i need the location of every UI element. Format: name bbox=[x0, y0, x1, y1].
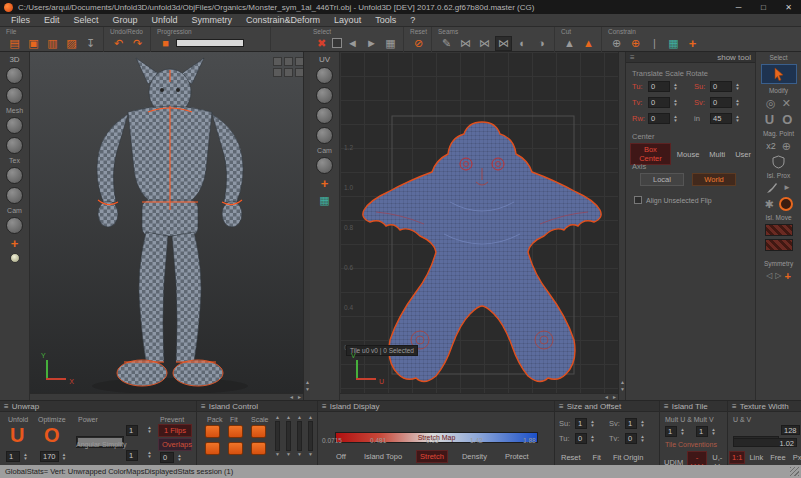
weld-cut-brush-icon[interactable]: ⋈ bbox=[495, 36, 512, 51]
view3d-tex-icon-2[interactable] bbox=[6, 187, 23, 204]
show-tool-link[interactable]: show tool bbox=[717, 53, 751, 62]
view3d-display-icon-2[interactable] bbox=[6, 87, 23, 104]
viewuv-grid-icon[interactable]: ▦ bbox=[319, 193, 329, 208]
modify-x-icon[interactable]: ✕ bbox=[782, 97, 791, 109]
mult-v-input[interactable]: 1 bbox=[696, 426, 708, 437]
prevent-spinner[interactable]: ▲▼ bbox=[176, 454, 183, 462]
prevent-value[interactable]: 0 bbox=[160, 452, 174, 463]
local-optimize-icon[interactable]: O bbox=[782, 112, 792, 127]
viewport-uv[interactable]: 1.2 1.0 0.8 0.6 0.4 0.2 Tile u0 v0 | 0 S… bbox=[340, 52, 625, 400]
cut-hierarchy-icon[interactable]: ▲ bbox=[561, 36, 578, 51]
panel-menu-icon[interactable]: ≡ bbox=[559, 402, 564, 411]
menu-help[interactable]: ? bbox=[403, 15, 422, 25]
unfold-iterations-spinner[interactable]: ▲▼ bbox=[22, 453, 29, 461]
display-density-button[interactable]: Density bbox=[458, 450, 491, 463]
seam-pencil-icon[interactable]: ✎ bbox=[438, 36, 455, 51]
symmetry-left-icon[interactable]: ◁ bbox=[766, 270, 772, 282]
select-box-icon[interactable] bbox=[332, 38, 342, 48]
scale-selected-button[interactable] bbox=[251, 442, 266, 455]
pin-icon[interactable]: ⊕ bbox=[608, 36, 625, 51]
select-tool-button[interactable] bbox=[761, 64, 797, 84]
import-file-icon[interactable]: ▣ bbox=[25, 36, 42, 51]
ratio-free-button[interactable]: Free bbox=[767, 451, 788, 464]
menu-files[interactable]: Files bbox=[4, 15, 37, 25]
pin-orange-icon[interactable]: ⊕ bbox=[627, 36, 644, 51]
display-off-button[interactable]: Off bbox=[332, 450, 350, 463]
pack-padding-spinner[interactable]: ▲▼ bbox=[286, 415, 291, 457]
menu-unfold[interactable]: Unfold bbox=[145, 15, 185, 25]
size-su-spinner[interactable]: ▲▼ bbox=[589, 420, 596, 428]
size-tu-spinner[interactable]: ▲▼ bbox=[589, 435, 596, 443]
constrain-grid-icon[interactable]: ▦ bbox=[665, 36, 682, 51]
view3d-vertical-scrollbar[interactable]: ▲ ▼ bbox=[303, 52, 310, 400]
viewuv-display-icon-4[interactable] bbox=[316, 127, 333, 144]
x2-icon[interactable]: x2 bbox=[766, 141, 776, 151]
angular-spinner[interactable]: ▲▼ bbox=[146, 451, 153, 459]
panel-menu-icon[interactable]: ≡ bbox=[630, 53, 635, 62]
view3d-light-icon[interactable] bbox=[10, 253, 20, 263]
island-move-thumb-2[interactable] bbox=[765, 239, 793, 251]
panel-menu-icon[interactable]: ≡ bbox=[664, 402, 669, 411]
size-reset-button[interactable]: Reset bbox=[557, 451, 585, 464]
island-prox-active-button[interactable] bbox=[779, 197, 793, 211]
optimize-button[interactable]: O bbox=[44, 425, 60, 445]
pack-margin-spinner[interactable]: ▲▼ bbox=[275, 415, 280, 457]
view3d-horizontal-scrollbar[interactable]: ◄ ► bbox=[30, 393, 310, 400]
texture-width-header[interactable]: ≡ Texture Width bbox=[728, 401, 801, 412]
menu-tools[interactable]: Tools bbox=[368, 15, 403, 25]
menu-symmetry[interactable]: Symmetry bbox=[185, 15, 240, 25]
viewuv-display-icon-1[interactable] bbox=[316, 67, 333, 84]
island-move-thumb-1[interactable] bbox=[765, 224, 793, 236]
panel-menu-icon[interactable]: ≡ bbox=[201, 402, 206, 411]
minimize-button[interactable]: ─ bbox=[726, 0, 751, 14]
optimize-iterations-spinner[interactable]: ▲▼ bbox=[61, 453, 68, 461]
brush-icon[interactable] bbox=[766, 182, 778, 194]
prox-arrows-icon[interactable]: ► bbox=[783, 182, 791, 194]
tu-input[interactable]: 0 bbox=[648, 81, 670, 92]
view3d-tex-icon-1[interactable] bbox=[6, 167, 23, 184]
unwrap-panel-header[interactable]: ≡ Unwrap bbox=[0, 401, 196, 412]
tu-spinner[interactable]: ▲▼ bbox=[672, 83, 679, 91]
viewuv-display-icon-3[interactable] bbox=[316, 107, 333, 124]
axis-world-button[interactable]: World bbox=[692, 173, 736, 186]
panel-menu-icon[interactable]: ≡ bbox=[322, 402, 327, 411]
fit-islands-button[interactable] bbox=[228, 425, 243, 438]
sv-input[interactable]: 0 bbox=[710, 97, 732, 108]
panel-menu-icon[interactable]: ≡ bbox=[732, 402, 737, 411]
prevent-overlaps-button[interactable]: Overlaps bbox=[158, 438, 192, 451]
power-value[interactable]: 1 bbox=[126, 425, 138, 436]
rw-spinner[interactable]: ▲▼ bbox=[672, 115, 679, 123]
size-fit-origin-button[interactable]: Fit Origin bbox=[609, 451, 647, 464]
tv-spinner[interactable]: ▲▼ bbox=[672, 99, 679, 107]
viewuv-cam-icon[interactable] bbox=[316, 157, 333, 174]
mult-v-spinner[interactable]: ▲▼ bbox=[710, 428, 717, 436]
size-sv-input[interactable]: 1 bbox=[625, 418, 637, 429]
seam-circle-a-icon[interactable]: ◐ bbox=[514, 36, 531, 51]
unfold-button[interactable]: U bbox=[10, 425, 24, 445]
ratio-1-1-button[interactable]: 1:1 bbox=[729, 451, 745, 464]
island-display-header[interactable]: ≡ Island Display bbox=[318, 401, 554, 412]
size-offset-header[interactable]: ≡ Size and Offset bbox=[555, 401, 659, 412]
unfold-iterations-value[interactable]: 1 bbox=[6, 451, 20, 462]
open-file-icon[interactable]: ▤ bbox=[6, 36, 23, 51]
prevent-flips-button[interactable]: 1 Flips bbox=[158, 424, 192, 437]
symmetry-right-icon[interactable]: ▷ bbox=[775, 270, 781, 282]
size-tu-input[interactable]: 0 bbox=[575, 433, 587, 444]
seam-circle-b-icon[interactable]: ◑ bbox=[533, 36, 550, 51]
pack-selected-button[interactable] bbox=[205, 442, 220, 455]
pack-rotate-spinner[interactable]: ▲▼ bbox=[308, 415, 313, 457]
viewuv-horizontal-scrollbar[interactable]: ◄ ► bbox=[340, 393, 625, 400]
angular-value[interactable]: 1 bbox=[126, 450, 138, 461]
island-tile-header[interactable]: ≡ Island Tile bbox=[660, 401, 727, 412]
axis-local-button[interactable]: Local bbox=[640, 173, 684, 186]
power-spinner[interactable]: ▲▼ bbox=[146, 426, 153, 434]
viewuv-vertical-scrollbar[interactable]: ▲ ▼ bbox=[618, 52, 625, 400]
size-tv-input[interactable]: 0 bbox=[625, 433, 637, 444]
view3d-mesh-icon-2[interactable] bbox=[6, 137, 23, 154]
su-spinner[interactable]: ▲▼ bbox=[734, 83, 741, 91]
stop-icon[interactable]: ■ bbox=[157, 36, 174, 51]
in-input[interactable]: 45 bbox=[710, 113, 732, 124]
view3d-move-icon[interactable]: + bbox=[11, 237, 19, 250]
select-grid-icon[interactable]: ▦ bbox=[382, 36, 399, 51]
size-fit-button[interactable]: Fit bbox=[589, 451, 605, 464]
